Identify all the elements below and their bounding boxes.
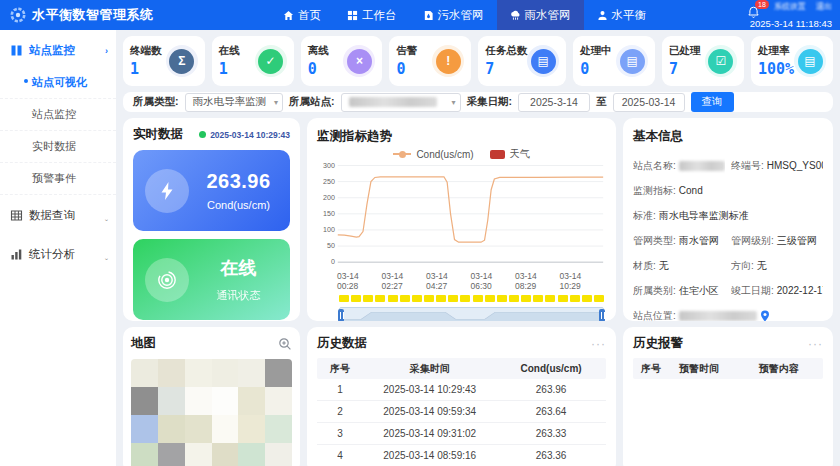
- table-row[interactable]: 12025-03-14 10:29:43263.96: [317, 379, 606, 401]
- date-to-word: 至: [596, 95, 607, 109]
- main-content: 终端数 1 Σ 在线 1 ✓ 离线 0 × 告警 0: [116, 30, 840, 466]
- nav-item-workbench[interactable]: 工作台: [334, 0, 410, 30]
- history-table-header: 序号 采集时间 Cond(us/cm): [317, 358, 606, 379]
- sidebar: 站点监控 › 站点可视化站点监控实时数据预警事件 数据查询 ˬ 统计分析 ˬ: [0, 30, 116, 466]
- map-tile: [158, 387, 185, 415]
- col-header-alarm-content: 预警内容: [751, 362, 823, 376]
- map-tile: [185, 415, 212, 443]
- weather-marker: [545, 295, 555, 302]
- table-row[interactable]: 32025-03-14 09:31:02263.33: [317, 423, 606, 445]
- history-table-body: 12025-03-14 10:29:43263.9622025-03-14 09…: [317, 379, 606, 466]
- map-tile: [212, 359, 239, 387]
- basic-info-grid: 站点名称: 终端号: HMSQ_YS002 监测指标: Cond 标准: 雨水电…: [633, 153, 823, 321]
- stat-card[interactable]: 告警 0 !: [389, 36, 471, 86]
- map-tile: [158, 415, 185, 443]
- date-from-value: 2025-3-14: [530, 96, 578, 108]
- realtime-value: 263.96: [199, 170, 278, 193]
- stat-icon: ▤: [794, 45, 826, 77]
- map-title: 地图: [131, 335, 156, 352]
- stat-label: 处理中: [580, 44, 612, 58]
- more-options-icon[interactable]: ···: [808, 340, 823, 348]
- stat-icon: ×: [343, 45, 375, 77]
- date-to-input[interactable]: 2025-03-14: [613, 93, 685, 112]
- alarm-history-panel: 历史报警 ··· 序号 预警时间 预警内容: [623, 327, 833, 466]
- comm-status-card: 在线 通讯状态: [133, 239, 290, 320]
- stat-card[interactable]: 任务总数 7 ▤: [478, 36, 566, 86]
- stat-card[interactable]: 处理率 100% ▤: [751, 36, 833, 86]
- weather-marker: [351, 295, 361, 302]
- comm-status-label: 通讯状态: [199, 288, 278, 303]
- realtime-panel: 实时数据 2025-03-14 10:29:43 263.96 Cond(us/…: [123, 118, 300, 321]
- realtime-unit: Cond(us/cm): [199, 199, 278, 211]
- map-tile: [158, 359, 185, 387]
- map-tile: [131, 443, 158, 466]
- map-canvas[interactable]: [131, 359, 292, 466]
- info-row: 标准: 雨水电导率监测标准: [633, 203, 823, 228]
- map-tile: [131, 359, 158, 387]
- chart-datazoom-slider[interactable]: [339, 307, 604, 321]
- stat-label: 告警: [396, 44, 417, 58]
- map-tile: [238, 387, 265, 415]
- date-from-input[interactable]: 2025-3-14: [518, 93, 590, 112]
- sidebar-item-3[interactable]: 预警事件: [0, 163, 116, 195]
- col-header-index: 序号: [633, 362, 671, 376]
- search-button[interactable]: 查询: [691, 92, 734, 112]
- stat-card[interactable]: 离线 0 ×: [301, 36, 383, 86]
- chart-legend: Cond(us/cm) 天气: [317, 147, 606, 161]
- col-header-index: 序号: [317, 362, 363, 376]
- stat-card[interactable]: 在线 1 ✓: [212, 36, 294, 86]
- sidebar-item-1[interactable]: 站点监控: [0, 99, 116, 131]
- sidebar-item-0[interactable]: 站点可视化: [0, 67, 116, 99]
- sidebar-group-statistics[interactable]: 统计分析 ˬ: [0, 238, 116, 271]
- legend-weather[interactable]: 天气: [490, 147, 530, 161]
- nav-label: 首页: [298, 8, 321, 23]
- realtime-title: 实时数据: [133, 126, 183, 143]
- stat-icon: Σ: [166, 45, 198, 77]
- more-options-icon[interactable]: ···: [591, 340, 606, 348]
- sidebar-group-data-query[interactable]: 数据查询 ˬ: [0, 199, 116, 232]
- datazoom-handle-right[interactable]: [599, 309, 605, 321]
- info-row: 管网类型: 雨水管网: [633, 228, 725, 253]
- weather-marker: [339, 295, 349, 302]
- legend-label: 天气: [510, 147, 530, 161]
- map-tile: [131, 387, 158, 415]
- lightning-icon: [145, 169, 189, 213]
- nav-item-sewage[interactable]: 污水管网: [410, 0, 497, 30]
- redacted-value: [679, 311, 757, 321]
- stat-value: 0: [580, 60, 612, 78]
- legend-cond[interactable]: Cond(us/cm): [393, 149, 473, 160]
- stat-icon: ▤: [527, 45, 559, 77]
- weather-marker: [594, 295, 604, 302]
- type-select[interactable]: 雨水电导率监测: [185, 93, 284, 112]
- nav-item-water-balance[interactable]: 水平衡: [584, 0, 660, 30]
- line-chart: 050100150200250300: [317, 161, 606, 273]
- map-zoom-icon[interactable]: [278, 337, 292, 351]
- station-select[interactable]: [341, 93, 461, 112]
- sidebar-group-site-monitor[interactable]: 站点监控 ›: [0, 34, 116, 67]
- stat-value: 7: [485, 60, 527, 78]
- logout-link[interactable]: 退出: [816, 1, 832, 12]
- stat-card[interactable]: 终端数 1 Σ: [123, 36, 205, 86]
- map-tile: [185, 359, 212, 387]
- weather-marker: [582, 295, 592, 302]
- stats-row: 终端数 1 Σ 在线 1 ✓ 离线 0 × 告警 0: [123, 36, 833, 86]
- nav-label: 工作台: [362, 8, 397, 23]
- location-pin-icon[interactable]: [760, 310, 770, 322]
- map-tile: [212, 387, 239, 415]
- stat-card[interactable]: 处理中 0 ▤: [573, 36, 655, 86]
- nav-label: 水平衡: [612, 8, 647, 23]
- x-tick-label: 03-14 04:27: [426, 271, 471, 291]
- settings-link[interactable]: 系统设置: [774, 1, 806, 12]
- nav-item-home[interactable]: 首页: [270, 0, 334, 30]
- stat-label: 任务总数: [485, 44, 527, 58]
- datazoom-handle-left[interactable]: [338, 309, 344, 321]
- weather-marker: [448, 295, 458, 302]
- redacted-value: [679, 161, 725, 171]
- table-row[interactable]: 22025-03-14 09:59:34263.64: [317, 401, 606, 423]
- table-row[interactable]: 42025-03-14 08:59:16263.36: [317, 445, 606, 466]
- col-header-time: 采集时间: [363, 362, 496, 376]
- svg-text:0: 0: [331, 259, 335, 266]
- nav-item-rainwater[interactable]: 雨水管网: [497, 0, 584, 30]
- stat-card[interactable]: 已处理 7 ☑: [662, 36, 744, 86]
- sidebar-item-2[interactable]: 实时数据: [0, 131, 116, 163]
